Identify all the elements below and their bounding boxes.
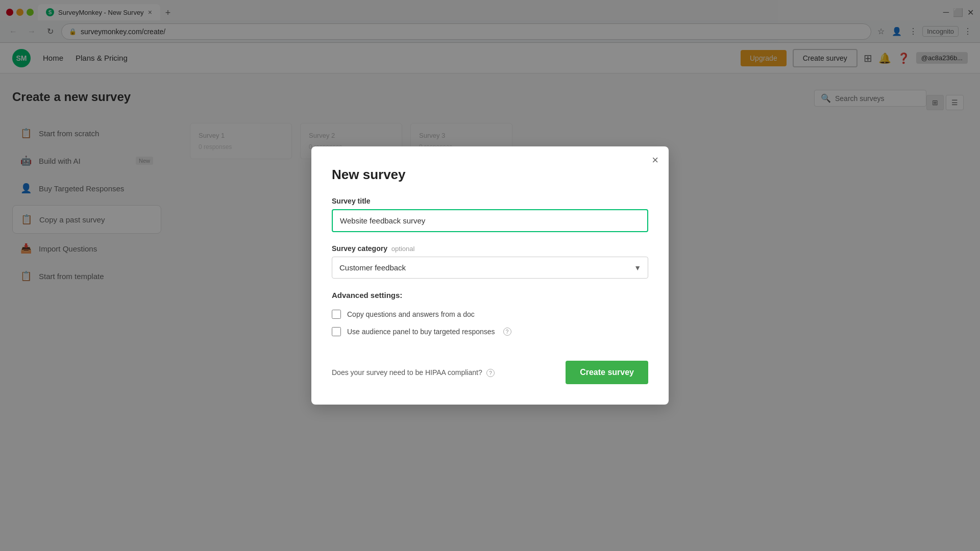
survey-title-group: Survey title [332, 197, 648, 232]
survey-category-label: Survey category optional [332, 244, 648, 253]
checkbox-audience-group: Use audience panel to buy targeted respo… [332, 327, 648, 336]
category-select-wrapper: Customer feedback Market Research Human … [332, 257, 648, 279]
advanced-settings-label: Advanced settings: [332, 291, 648, 299]
advanced-settings-section: Advanced settings: Copy questions and an… [332, 291, 648, 336]
audience-panel-checkbox[interactable] [332, 327, 341, 336]
survey-category-group: Survey category optional Customer feedba… [332, 244, 648, 279]
survey-title-input[interactable] [332, 209, 648, 232]
create-survey-btn[interactable]: Create survey [566, 361, 648, 384]
modal-footer: Does your survey need to be HIPAA compli… [332, 353, 648, 384]
modal-title: New survey [332, 167, 648, 183]
new-survey-modal: × New survey Survey title Survey categor… [311, 146, 669, 405]
checkbox-copy-group: Copy questions and answers from a doc [332, 310, 648, 319]
copy-questions-label[interactable]: Copy questions and answers from a doc [347, 310, 475, 318]
modal-close-btn[interactable]: × [652, 155, 658, 166]
hipaa-section: Does your survey need to be HIPAA compli… [332, 368, 495, 378]
copy-questions-checkbox[interactable] [332, 310, 341, 319]
category-select[interactable]: Customer feedback Market Research Human … [332, 257, 648, 279]
hipaa-text: Does your survey need to be HIPAA compli… [332, 368, 482, 377]
survey-title-label: Survey title [332, 197, 648, 205]
optional-label: optional [391, 245, 415, 253]
hipaa-help-icon[interactable]: ? [486, 369, 495, 377]
modal-overlay[interactable]: × New survey Survey title Survey categor… [0, 0, 980, 551]
audience-panel-label[interactable]: Use audience panel to buy targeted respo… [347, 328, 495, 336]
audience-help-icon[interactable]: ? [503, 328, 511, 336]
